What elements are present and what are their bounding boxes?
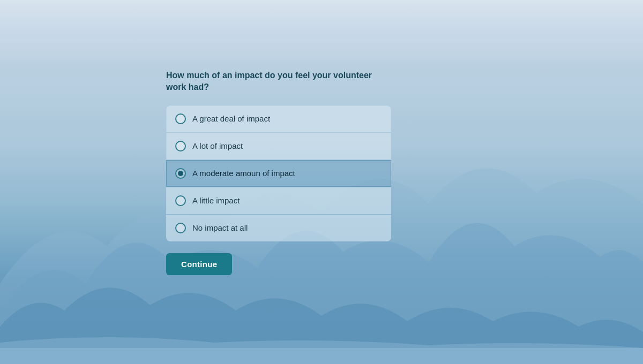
option-great-deal-label: A great deal of impact [192,114,270,123]
option-little-label: A little impact [192,196,240,205]
option-moderate[interactable]: A moderate amoun of impact [166,160,391,187]
option-great-deal[interactable]: A great deal of impact [166,105,391,132]
option-none[interactable]: No impact at all [166,215,391,241]
survey-question: How much of an impact do you feel your v… [166,70,391,94]
option-lot[interactable]: A lot of impact [166,133,391,160]
options-list: A great deal of impact A lot of impact A… [166,105,391,241]
radio-moderate [175,168,186,179]
continue-button[interactable]: Continue [166,253,232,275]
radio-moderate-fill [178,171,183,176]
radio-lot [175,141,186,151]
svg-rect-0 [0,348,643,364]
option-little[interactable]: A little impact [166,187,391,214]
option-moderate-label: A moderate amoun of impact [192,169,295,178]
survey-card: How much of an impact do you feel your v… [166,70,391,275]
radio-great-deal [175,113,186,124]
radio-little [175,195,186,206]
radio-none [175,223,186,233]
sky-overlay [0,0,643,64]
option-lot-label: A lot of impact [192,141,243,150]
option-none-label: No impact at all [192,223,248,232]
